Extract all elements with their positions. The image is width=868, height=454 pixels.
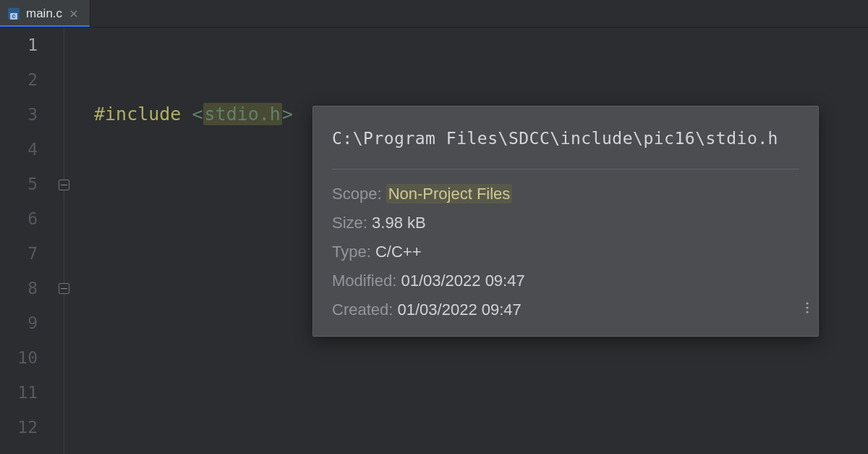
svg-point-3 xyxy=(806,302,808,304)
line-number: 9 xyxy=(0,306,38,340)
line-number: 8 xyxy=(0,271,38,306)
fold-gutter xyxy=(51,28,80,454)
line-number: 10 xyxy=(0,340,38,375)
popup-size-row: Size: 3.98 kB xyxy=(332,209,799,237)
c-file-icon: c xyxy=(7,7,20,20)
quick-doc-popup: C:\Program Files\SDCC\include\pic16\stdi… xyxy=(312,106,819,337)
file-tab-main[interactable]: c main.c xyxy=(0,0,90,27)
line-number: 5 xyxy=(0,167,38,201)
svg-point-4 xyxy=(806,306,808,308)
popup-type-row: Type: C/C++ xyxy=(332,237,799,266)
line-number: 6 xyxy=(0,201,38,236)
tab-label: main.c xyxy=(26,7,62,21)
svg-text:c: c xyxy=(12,12,15,20)
line-number: 11 xyxy=(0,375,38,410)
fold-toggle-icon[interactable] xyxy=(59,180,69,190)
popup-modified-row: Modified: 01/03/2022 09:47 xyxy=(332,266,799,295)
tab-bar: c main.c xyxy=(0,0,868,28)
line-number: 7 xyxy=(0,236,38,271)
line-number: 3 xyxy=(0,97,38,132)
popup-file-path: C:\Program Files\SDCC\include\pic16\stdi… xyxy=(332,121,799,156)
close-icon[interactable] xyxy=(68,8,80,20)
code-editor[interactable]: 1 2 3 4 5 6 7 8 9 10 11 12 #include <std… xyxy=(0,28,868,454)
more-icon[interactable] xyxy=(805,291,809,326)
include-target[interactable]: stdio.h xyxy=(203,103,282,125)
line-number: 4 xyxy=(0,132,38,167)
line-number: 12 xyxy=(0,410,38,445)
popup-scope-row: Scope: Non-Project Files xyxy=(332,180,799,209)
fold-toggle-icon[interactable] xyxy=(59,283,69,294)
line-number: 2 xyxy=(0,62,38,97)
svg-point-5 xyxy=(806,311,808,313)
line-number-gutter: 1 2 3 4 5 6 7 8 9 10 11 12 xyxy=(0,28,51,454)
popup-created-row: Created: 01/03/2022 09:47 xyxy=(332,295,799,324)
line-number: 1 xyxy=(0,28,38,62)
